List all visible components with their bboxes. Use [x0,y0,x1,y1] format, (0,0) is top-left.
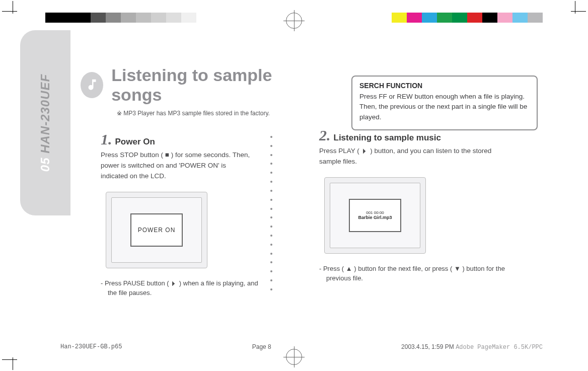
step2-title: Listening to sample music [334,133,442,143]
swatch [45,13,60,23]
swatch [482,13,497,23]
swatch [136,13,151,23]
swatch [91,13,106,23]
swatch [60,13,76,23]
dot [270,288,272,290]
swatch [528,13,543,23]
step2-number: 2. [319,127,331,144]
dot [270,199,272,201]
device-illustration: POWER ON [106,192,207,268]
crop-mark [13,357,13,370]
dot [270,208,272,210]
dot [270,154,272,156]
column-left: Listening to sample songs ※ MP3 Player h… [81,65,299,298]
dot [270,216,272,218]
note-text: MP3 Player has MP3 sample files stored i… [123,110,270,117]
crop-mark [571,11,586,12]
content-area: Listening to sample songs ※ MP3 Player h… [81,65,538,298]
step1-title: Power On [115,137,155,147]
footer-page: Page 8 [252,343,271,351]
step1-bullet: Press PAUSE button ( ⏵ ) when a file is … [101,278,269,298]
lcd-screen: 001 00:00 Barbie Girl.mp3 [349,199,401,232]
footer: Han-230UEF-GB.p65 Page 8 2003.4.15, 1:59… [60,343,543,351]
page-title: Listening to sample songs [111,65,299,105]
swatch [512,13,528,23]
step2-body: Press PLAY ( ⏵ ) button, and you can lis… [319,146,505,167]
lcd-line2: Barbie Girl.mp3 [358,215,392,220]
step2-bullet: Press ( ▲ ) button for the next file, or… [319,264,518,283]
swatch [121,13,136,23]
footer-right: 2003.4.15, 1:59 PM Adobe PageMaker 6.5K/… [401,343,543,351]
title-row: Listening to sample songs [81,65,299,105]
swatch [467,13,482,23]
step2-heading: 2. Listening to sample music [319,127,538,144]
side-model: HAN-230UEF [38,74,52,154]
dot [270,163,272,165]
side-page-number: 05 [38,158,52,172]
lcd-line1: 001 00:00 [366,210,384,215]
dot [270,253,272,255]
dot [270,190,272,192]
swatch [422,13,437,23]
dotted-divider [270,136,272,290]
column-right: 2. Listening to sample music Press PLAY … [319,65,538,298]
note-symbol: ※ [117,110,122,117]
swatch [181,13,196,23]
step1-body: Press STOP button ( ■ ) for some seconds… [101,150,252,182]
swatch [76,13,91,23]
device-illustration: 001 00:00 Barbie Girl.mp3 [324,177,426,254]
swatch [166,13,181,23]
registration-mark [286,13,302,29]
crop-mark [13,1,13,14]
dot [270,136,272,138]
step1-number: 1. [101,131,112,148]
dot [270,172,272,174]
page: 05 HAN-230UEF SERCH FUNCTION Press FF or… [0,0,588,371]
swatch [407,13,422,23]
swatch [392,13,407,23]
crop-mark [575,1,575,14]
swatch [437,13,452,23]
swatch [106,13,121,23]
dot [270,261,272,263]
lcd-screen: POWER ON [130,213,183,247]
dot [270,244,272,246]
dot [270,235,272,237]
swatch [497,13,512,23]
dot [270,226,272,228]
footer-datetime: 2003.4.15, 1:59 PM [401,343,454,350]
lcd-text: POWER ON [138,227,176,234]
swatch [151,13,166,23]
step1-heading: 1. Power On [101,131,299,148]
calibration-bar-right [392,13,543,23]
factory-note: ※ MP3 Player has MP3 sample files stored… [117,110,299,117]
side-tab: 05 HAN-230UEF [20,30,70,215]
dot [270,181,272,183]
swatch [452,13,467,23]
music-note-icon [81,72,103,98]
side-tab-text: 05 HAN-230UEF [38,74,52,172]
swatch [196,13,211,23]
crop-mark [2,359,17,360]
calibration-bar-left [45,13,211,23]
footer-filename: Han-230UEF-GB.p65 [60,343,122,351]
footer-app: Adobe PageMaker 6.5K/PPC [456,344,543,351]
dot [270,270,272,272]
crop-mark [2,11,17,12]
registration-mark [286,349,302,365]
dot [270,279,272,281]
dot [270,145,272,147]
